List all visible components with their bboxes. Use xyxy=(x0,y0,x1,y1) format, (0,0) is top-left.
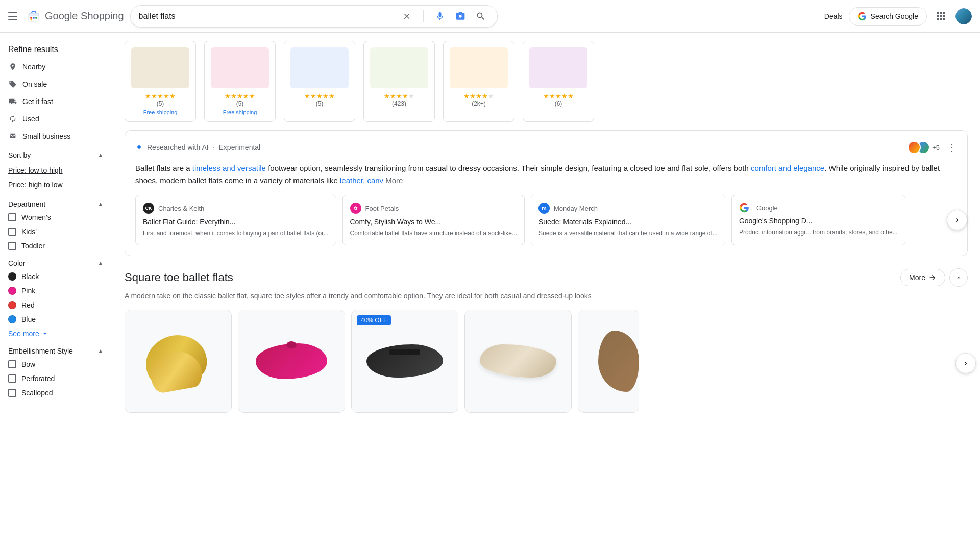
charles-keith-name: Charles & Keith xyxy=(158,205,204,212)
experimental-label: Experimental xyxy=(219,143,261,152)
color-black[interactable]: Black xyxy=(0,269,112,284)
sidebar-item-on-sale[interactable]: On sale xyxy=(0,76,112,93)
top-product-4[interactable]: ★★★★★ (423) xyxy=(363,41,435,122)
top-product-5[interactable]: ★★★★★ (2k+) xyxy=(443,41,514,122)
embellishment-bow[interactable]: Bow xyxy=(0,357,112,371)
color-header[interactable]: Color ▲ xyxy=(0,253,112,269)
sort-by-chevron: ▲ xyxy=(97,152,104,159)
embellishment-scalloped[interactable]: Scalloped xyxy=(0,386,112,400)
main-content: ★★★★★ (5) Free shipping ★★★★★ (5) Free s… xyxy=(112,33,980,551)
perforated-checkbox[interactable] xyxy=(8,374,16,383)
rating-count-6: (6) xyxy=(529,100,587,107)
shipping-2: Free shipping xyxy=(211,109,269,115)
grid-icon xyxy=(935,10,947,22)
top-product-3[interactable]: ★★★★★ (5) xyxy=(284,41,355,122)
rating-count-5: (2k+) xyxy=(450,100,508,107)
image-search-button[interactable] xyxy=(452,8,469,24)
product-img-partial xyxy=(578,310,639,412)
more-text-link[interactable]: More xyxy=(383,176,403,185)
source-card-foot-petals[interactable]: ✿ Foot Petals Comfy, Stylish Ways to We.… xyxy=(342,195,525,245)
top-carousel: ★★★★★ (5) Free shipping ★★★★★ (5) Free s… xyxy=(125,33,968,130)
embellishment-header[interactable]: Embellishment Style ▲ xyxy=(0,341,112,357)
ai-description: Ballet flats are a timeless and versatil… xyxy=(135,162,957,187)
source-cards-next-button[interactable]: › xyxy=(947,210,967,230)
source-card-google[interactable]: Google Google's Shopping D... Product in… xyxy=(731,195,905,245)
rating-stars-2: ★★★★★ xyxy=(211,92,269,100)
bow-checkbox[interactable] xyxy=(8,360,16,368)
product-card-partial-flats[interactable] xyxy=(578,310,639,413)
department-womens[interactable]: Women's xyxy=(0,210,112,224)
clear-search-button[interactable] xyxy=(399,8,415,24)
get-it-fast-label: Get it fast xyxy=(22,97,53,106)
source-cards: CK Charles & Keith Ballet Flat Guide: Ev… xyxy=(135,195,957,245)
sidebar-item-used[interactable]: Used xyxy=(0,110,112,128)
product-card-pink-flats[interactable] xyxy=(238,310,345,413)
color-red[interactable]: Red xyxy=(0,298,112,312)
sort-by-header[interactable]: Sort by ▲ xyxy=(0,145,112,161)
apps-menu-button[interactable] xyxy=(933,8,949,24)
svg-point-2 xyxy=(30,17,32,19)
department-kids[interactable]: Kids' xyxy=(0,224,112,239)
user-avatar[interactable] xyxy=(955,8,972,24)
svg-rect-1 xyxy=(29,13,39,16)
search-divider xyxy=(423,10,424,22)
collapse-section-button[interactable] xyxy=(949,268,968,287)
main-layout: Refine results Nearby On sale Get it fas… xyxy=(0,33,980,551)
product-grid: 40% OFF xyxy=(125,310,968,417)
color-blue[interactable]: Blue xyxy=(0,312,112,327)
product-card-cream-flats[interactable] xyxy=(464,310,572,413)
square-toe-more-button[interactable]: More xyxy=(900,269,945,286)
sort-price-high-low[interactable]: Price: high to low xyxy=(8,178,104,192)
rating-stars-6: ★★★★★ xyxy=(529,92,587,100)
scalloped-checkbox[interactable] xyxy=(8,389,16,397)
sort-price-low-high[interactable]: Price: low to high xyxy=(8,163,104,178)
embellishment-perforated[interactable]: Perforated xyxy=(0,371,112,386)
womens-checkbox[interactable] xyxy=(8,213,16,221)
embellishment-chevron: ▲ xyxy=(97,347,104,355)
google-source-icon xyxy=(739,203,749,213)
product-card-black-flats[interactable]: 40% OFF xyxy=(351,310,458,413)
top-product-6[interactable]: ★★★★★ (6) xyxy=(523,41,594,122)
ai-more-options-button[interactable]: ⋮ xyxy=(947,141,957,154)
google-logo-icon xyxy=(857,12,867,21)
color-pink[interactable]: Pink xyxy=(0,284,112,298)
hamburger-menu-icon[interactable] xyxy=(8,10,20,22)
arrow-right-icon xyxy=(928,273,937,282)
embellishment-title: Embellishment Style xyxy=(8,347,73,355)
kids-checkbox[interactable] xyxy=(8,228,16,236)
header-left: Google Shopping xyxy=(8,9,124,23)
product-card-gold-flats[interactable] xyxy=(125,310,232,413)
google-source-name: Google xyxy=(756,204,778,212)
sidebar-item-nearby[interactable]: Nearby xyxy=(0,58,112,76)
black-shoe-shape xyxy=(366,344,443,378)
search-google-button[interactable]: Search Google xyxy=(849,7,927,26)
ai-research-section: ✦ Researched with AI · Experimental +5 ⋮… xyxy=(125,130,968,256)
charles-keith-title: Ballet Flat Guide: Everythin... xyxy=(143,218,329,226)
source-card-charles-keith[interactable]: CK Charles & Keith Ballet Flat Guide: Ev… xyxy=(135,195,336,245)
department-toddler[interactable]: Toddler xyxy=(0,239,112,253)
scalloped-label: Scalloped xyxy=(21,389,53,397)
svg-point-3 xyxy=(33,17,35,19)
search-input[interactable] xyxy=(139,12,399,21)
see-more-label: See more xyxy=(8,330,39,338)
see-more-colors-button[interactable]: See more xyxy=(0,327,112,341)
sidebar-item-get-it-fast[interactable]: Get it fast xyxy=(0,93,112,110)
top-product-1[interactable]: ★★★★★ (5) Free shipping xyxy=(125,41,196,122)
sidebar-item-small-business[interactable]: Small business xyxy=(0,128,112,145)
voice-search-button[interactable] xyxy=(432,8,448,24)
search-button[interactable] xyxy=(473,8,489,24)
highlight-timeless: timeless and versatile xyxy=(192,164,266,172)
bow-label: Bow xyxy=(21,360,35,368)
google-shopping-logo[interactable]: Google Shopping xyxy=(27,9,124,23)
department-header[interactable]: Department ▲ xyxy=(0,194,112,210)
avatar-image xyxy=(955,8,972,24)
toddler-checkbox[interactable] xyxy=(8,242,16,250)
ai-right-controls: +5 ⋮ xyxy=(908,141,957,154)
ai-count: +5 xyxy=(932,144,940,152)
source-card-monday-merch[interactable]: m Monday Merch Suede: Materials Explaine… xyxy=(531,195,725,245)
more-label: More xyxy=(909,273,925,282)
deals-link[interactable]: Deals xyxy=(824,12,843,20)
top-product-2[interactable]: ★★★★★ (5) Free shipping xyxy=(204,41,276,122)
product-grid-next-button[interactable]: › xyxy=(955,353,976,373)
discount-badge: 40% OFF xyxy=(357,315,391,325)
